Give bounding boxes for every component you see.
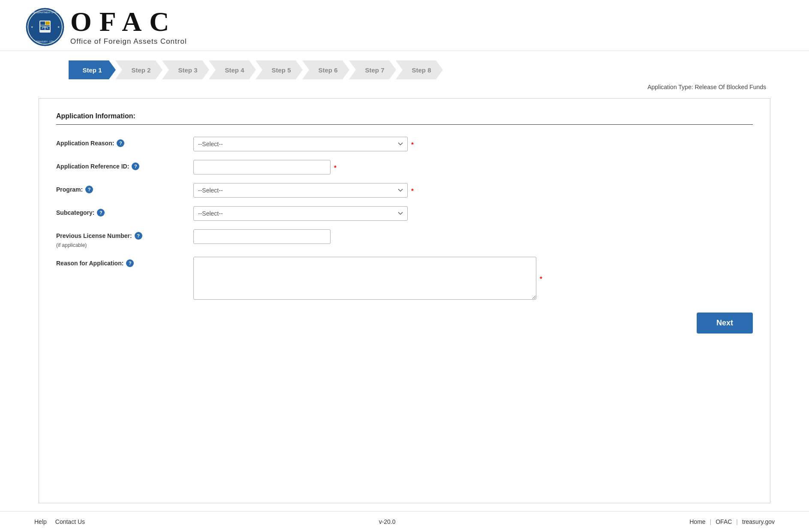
- form-divider: [56, 124, 753, 125]
- subcategory-row: Subcategory: ? --Select--: [56, 206, 753, 221]
- footer-center: v-20.0: [85, 518, 689, 525]
- treasury-link[interactable]: treasury.gov: [742, 518, 775, 525]
- svg-text:★: ★: [31, 26, 33, 28]
- help-link[interactable]: Help: [34, 518, 47, 525]
- step-1[interactable]: Step 1: [69, 60, 116, 79]
- step-7[interactable]: Step 7: [349, 60, 396, 79]
- program-row: Program: ? --Select-- *: [56, 183, 753, 198]
- reason-row: Reason for Application: ? *: [56, 257, 753, 300]
- ofac-subtitle: Office of Foreign Assets Control: [70, 37, 187, 46]
- prev-license-field: [193, 229, 753, 244]
- program-label: Program: ?: [56, 183, 193, 193]
- app-reference-id-input[interactable]: [193, 160, 331, 174]
- logo-area: THE DEPARTMENT OF THE TREASURY · 1789 ★ …: [26, 8, 187, 46]
- reason-field: *: [193, 257, 753, 300]
- application-reason-required: *: [411, 141, 414, 148]
- prev-license-input[interactable]: [193, 229, 331, 244]
- form-section-title: Application Information:: [56, 112, 753, 120]
- reason-textarea[interactable]: [193, 257, 536, 300]
- app-reference-id-field: *: [193, 160, 753, 174]
- treasury-seal: THE DEPARTMENT OF THE TREASURY · 1789 ★ …: [26, 8, 64, 46]
- prev-license-row: Previous License Number: ? (if applicabl…: [56, 229, 753, 248]
- subcategory-help-icon[interactable]: ?: [97, 209, 105, 216]
- ofac-letters: OFAC: [70, 8, 187, 36]
- program-select[interactable]: --Select--: [193, 183, 408, 198]
- next-button[interactable]: Next: [697, 313, 753, 334]
- svg-rect-5: [45, 21, 50, 25]
- prev-license-help-icon[interactable]: ?: [135, 232, 142, 240]
- app-type-label: Application Type: Release Of Blocked Fun…: [0, 79, 809, 90]
- program-field: --Select-- *: [193, 183, 753, 198]
- app-reference-id-required: *: [334, 164, 337, 171]
- program-help-icon[interactable]: ?: [85, 186, 93, 193]
- svg-text:THE DEPARTMENT OF THE: THE DEPARTMENT OF THE: [31, 11, 60, 14]
- step-8[interactable]: Step 8: [396, 60, 443, 79]
- home-link[interactable]: Home: [689, 518, 705, 525]
- steps-bar: Step 1 Step 2 Step 3 Step 4 Step 5 Step …: [0, 51, 809, 79]
- subcategory-select[interactable]: --Select--: [193, 206, 408, 221]
- prev-license-label: Previous License Number: ? (if applicabl…: [56, 229, 193, 248]
- subcategory-field: --Select--: [193, 206, 753, 221]
- ofac-link[interactable]: OFAC: [716, 518, 732, 525]
- header: THE DEPARTMENT OF THE TREASURY · 1789 ★ …: [0, 0, 809, 51]
- subcategory-label: Subcategory: ?: [56, 206, 193, 216]
- application-reason-help-icon[interactable]: ?: [117, 139, 124, 147]
- footer-right: Home | OFAC | treasury.gov: [689, 518, 775, 525]
- step-4[interactable]: Step 4: [209, 60, 256, 79]
- svg-text:★: ★: [57, 26, 60, 28]
- prev-license-sub: (if applicable): [56, 242, 87, 248]
- contact-link[interactable]: Contact Us: [55, 518, 85, 525]
- reason-required: *: [540, 275, 542, 282]
- app-reference-id-label: Application Reference ID: ?: [56, 160, 193, 170]
- svg-rect-6: [40, 25, 50, 26]
- reason-label: Reason for Application: ?: [56, 257, 193, 267]
- svg-text:TREASURY · 1789: TREASURY · 1789: [36, 40, 54, 43]
- application-reason-row: Application Reason: ? --Select-- *: [56, 137, 753, 151]
- button-row: Next: [56, 313, 753, 334]
- step-5[interactable]: Step 5: [256, 60, 303, 79]
- svg-rect-4: [40, 21, 45, 25]
- application-reason-field: --Select-- *: [193, 137, 753, 151]
- app-reference-id-row: Application Reference ID: ? *: [56, 160, 753, 174]
- version-text: v-20.0: [379, 518, 396, 525]
- application-reason-select[interactable]: --Select--: [193, 137, 408, 151]
- form-container: Application Information: Application Rea…: [39, 98, 770, 503]
- step-3[interactable]: Step 3: [162, 60, 209, 79]
- step-6[interactable]: Step 6: [302, 60, 349, 79]
- footer: Help Contact Us v-20.0 Home | OFAC | tre…: [0, 511, 809, 532]
- app-reference-id-help-icon[interactable]: ?: [132, 162, 139, 170]
- ofac-title-block: OFAC Office of Foreign Assets Control: [70, 8, 187, 46]
- program-required: *: [411, 187, 414, 194]
- step-2[interactable]: Step 2: [115, 60, 162, 79]
- footer-left: Help Contact Us: [34, 518, 85, 525]
- application-reason-label: Application Reason: ?: [56, 137, 193, 147]
- reason-help-icon[interactable]: ?: [126, 259, 134, 267]
